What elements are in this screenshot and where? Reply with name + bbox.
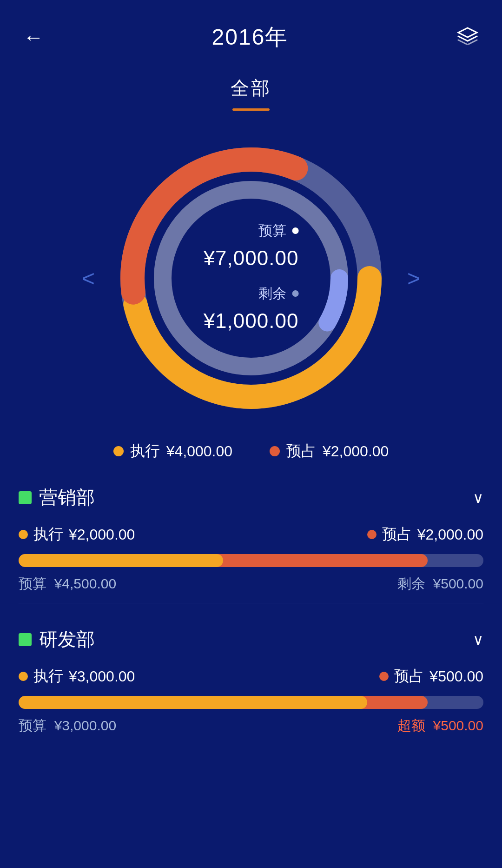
dept-stats-row-0: 执行 ¥2,000.00 预占 ¥2,000.00 xyxy=(19,524,483,545)
dept-header-0: 营销部 ∨ xyxy=(19,485,483,510)
back-button[interactable]: ← xyxy=(23,26,44,49)
exec-legend-label: 执行 xyxy=(130,441,160,461)
dept-progress-1 xyxy=(19,696,483,709)
dept-exec-dot-0 xyxy=(19,530,28,539)
dept-square-1 xyxy=(19,633,32,646)
dept-progress-orange-0 xyxy=(19,554,223,567)
layers-icon[interactable] xyxy=(456,26,479,49)
dept-remaining-0: 剩余 ¥500.00 xyxy=(397,574,483,594)
dept-progress-orange-1 xyxy=(19,696,367,709)
tab-underline xyxy=(232,108,270,111)
dept-reserve-stat-1: 预占 ¥500.00 xyxy=(379,666,483,687)
header: ← 2016年 xyxy=(0,0,502,61)
prev-arrow[interactable]: < xyxy=(74,266,102,291)
dept-reserve-value-0: ¥2,000.00 xyxy=(417,526,483,543)
dept-exec-value-0: ¥2,000.00 xyxy=(69,526,135,543)
reserve-legend-label: 预占 xyxy=(286,441,316,461)
exec-legend-value: ¥4,000.00 xyxy=(166,443,232,460)
dept-reserve-label-0: 预占 xyxy=(382,524,412,545)
donut-chart: 预算 ¥7,000.00 剩余 ¥1,000.00 xyxy=(102,129,400,427)
dept-title-left-1: 研发部 xyxy=(19,627,95,652)
dept-reserve-value-1: ¥500.00 xyxy=(429,668,483,685)
dept-square-0 xyxy=(19,491,32,504)
dept-stats-row-1: 执行 ¥3,000.00 预占 ¥500.00 xyxy=(19,666,483,687)
dept-section-1: 研发部 ∨ 执行 ¥3,000.00 预占 ¥500.00 预算 ¥3,000.… xyxy=(0,627,502,735)
dept-chevron-0[interactable]: ∨ xyxy=(473,489,483,507)
dept-budget-label-1: 预算 ¥3,000.00 xyxy=(19,716,116,735)
dept-footer-0: 预算 ¥4,500.00 剩余 ¥500.00 xyxy=(19,574,483,594)
dept-progress-0 xyxy=(19,554,483,567)
dept-section-0: 营销部 ∨ 执行 ¥2,000.00 预占 ¥2,000.00 预算 ¥4,50… xyxy=(0,485,502,603)
dept-name-0: 营销部 xyxy=(39,485,95,510)
dept-exec-value-1: ¥3,000.00 xyxy=(69,668,135,685)
tab-section: 全部 xyxy=(0,75,502,111)
dept-exec-dot-1 xyxy=(19,672,28,681)
dept-title-left-0: 营销部 xyxy=(19,485,95,510)
remaining-dot xyxy=(292,290,298,297)
next-arrow[interactable]: > xyxy=(400,266,428,291)
dept-reserve-dot-0 xyxy=(367,530,376,539)
legend-exec: 执行 ¥4,000.00 xyxy=(113,441,232,461)
budget-label: 预算 xyxy=(258,220,286,241)
page-title: 2016年 xyxy=(212,22,289,52)
dept-chevron-1[interactable]: ∨ xyxy=(473,631,483,648)
dept-header-1: 研发部 ∨ xyxy=(19,627,483,652)
dept-reserve-stat-0: 预占 ¥2,000.00 xyxy=(367,524,483,545)
legend-reserve: 预占 ¥2,000.00 xyxy=(270,441,389,461)
remaining-label: 剩余 xyxy=(258,283,286,304)
dept-remaining-1: 超额 ¥500.00 xyxy=(397,716,483,735)
dept-exec-label-0: 执行 xyxy=(33,524,63,545)
reserve-legend-dot xyxy=(270,446,280,456)
dept-exec-stat-1: 执行 ¥3,000.00 xyxy=(19,666,135,687)
tab-label[interactable]: 全部 xyxy=(231,75,271,106)
chart-area: < 预算 ¥7,000.00 剩余 ¥1,000.00 xyxy=(0,129,502,427)
remaining-value: ¥1,000.00 xyxy=(204,306,299,336)
dept-reserve-label-1: 预占 xyxy=(394,666,424,687)
donut-center: 预算 ¥7,000.00 剩余 ¥1,000.00 xyxy=(204,220,299,336)
departments-container: 营销部 ∨ 执行 ¥2,000.00 预占 ¥2,000.00 预算 ¥4,50… xyxy=(0,485,502,735)
budget-value: ¥7,000.00 xyxy=(204,243,299,274)
dept-exec-stat-0: 执行 ¥2,000.00 xyxy=(19,524,135,545)
dept-name-1: 研发部 xyxy=(39,627,95,652)
exec-legend-dot xyxy=(113,446,124,456)
dept-reserve-dot-1 xyxy=(379,672,389,681)
reserve-legend-value: ¥2,000.00 xyxy=(323,443,389,460)
budget-dot xyxy=(292,227,298,234)
dept-footer-1: 预算 ¥3,000.00 超额 ¥500.00 xyxy=(19,716,483,735)
dept-exec-label-1: 执行 xyxy=(33,666,63,687)
legend-row: 执行 ¥4,000.00 预占 ¥2,000.00 xyxy=(0,441,502,461)
dept-budget-label-0: 预算 ¥4,500.00 xyxy=(19,574,116,594)
